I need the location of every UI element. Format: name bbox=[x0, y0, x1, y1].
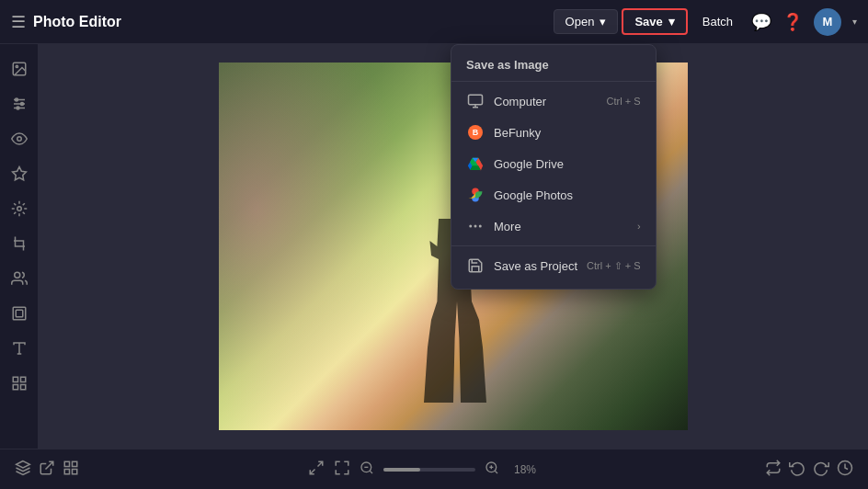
fullscreen-icon[interactable] bbox=[334, 460, 350, 480]
svg-line-27 bbox=[46, 461, 53, 469]
svg-point-7 bbox=[17, 107, 19, 109]
sidebar-item-text[interactable] bbox=[4, 333, 35, 364]
sidebar bbox=[0, 44, 39, 449]
zoom-slider[interactable] bbox=[383, 468, 475, 472]
main-layout bbox=[0, 44, 868, 449]
save-project-label: Save as Project bbox=[494, 259, 577, 273]
zoom-in-icon[interactable] bbox=[485, 461, 499, 479]
sidebar-item-photo[interactable] bbox=[4, 53, 35, 85]
svg-rect-13 bbox=[16, 310, 23, 317]
zoom-slider-fill bbox=[383, 468, 420, 472]
svg-rect-31 bbox=[64, 469, 69, 473]
avatar[interactable]: M bbox=[814, 8, 841, 36]
computer-icon bbox=[466, 92, 485, 110]
dropdown-divider bbox=[451, 245, 656, 246]
svg-point-23 bbox=[474, 225, 476, 227]
bottombar: 18% bbox=[0, 449, 868, 489]
zoom-out-icon[interactable] bbox=[360, 461, 374, 479]
more-label: More bbox=[494, 220, 628, 233]
sidebar-item-view[interactable] bbox=[4, 123, 35, 154]
svg-marker-26 bbox=[17, 461, 30, 468]
dropdown-item-more[interactable]: More › bbox=[451, 210, 656, 242]
dropdown-menu: Save as Image Computer Ctrl + S B BeFunk… bbox=[451, 44, 657, 290]
batch-label: Batch bbox=[702, 15, 733, 28]
more-icon bbox=[466, 217, 485, 235]
svg-rect-17 bbox=[20, 377, 25, 381]
fit-screen-icon[interactable] bbox=[308, 460, 325, 480]
grid-icon[interactable] bbox=[63, 460, 79, 480]
svg-line-38 bbox=[495, 471, 497, 473]
layers-icon[interactable] bbox=[15, 460, 31, 480]
sidebar-item-adjust[interactable] bbox=[4, 88, 35, 119]
svg-line-32 bbox=[317, 461, 322, 466]
svg-point-5 bbox=[15, 98, 17, 101]
redo-icon[interactable] bbox=[813, 460, 829, 480]
svg-point-6 bbox=[20, 103, 23, 106]
svg-point-24 bbox=[470, 225, 472, 227]
history-icon[interactable] bbox=[837, 460, 853, 480]
sidebar-item-graphics[interactable] bbox=[4, 368, 35, 399]
topbar-left: ☰ Photo Editor bbox=[11, 12, 546, 32]
zoom-percentage: 18% bbox=[514, 463, 536, 476]
svg-line-33 bbox=[310, 469, 314, 473]
open-button[interactable]: Open ▾ bbox=[554, 9, 619, 34]
save-button[interactable]: Save ▾ bbox=[622, 8, 687, 35]
open-chevron-icon: ▾ bbox=[600, 15, 606, 28]
help-icon[interactable]: ❓ bbox=[782, 12, 803, 32]
topbar-right: 💬 ❓ M ▾ bbox=[751, 8, 857, 36]
batch-button[interactable]: Batch bbox=[691, 10, 744, 33]
comment-icon[interactable]: 💬 bbox=[751, 12, 771, 32]
bottombar-center: 18% bbox=[86, 460, 758, 480]
undo-icon[interactable] bbox=[789, 460, 805, 480]
more-arrow-icon: › bbox=[637, 221, 641, 232]
sidebar-item-crop[interactable] bbox=[4, 228, 35, 259]
computer-shortcut: Ctrl + S bbox=[607, 96, 641, 107]
befunky-icon: B bbox=[466, 123, 485, 142]
sidebar-item-enhance[interactable] bbox=[4, 193, 35, 224]
save-project-icon bbox=[466, 256, 485, 275]
svg-rect-12 bbox=[13, 307, 26, 320]
sidebar-item-frames[interactable] bbox=[4, 298, 35, 329]
svg-rect-19 bbox=[13, 385, 17, 390]
svg-rect-20 bbox=[469, 95, 483, 105]
dropdown-item-gphotos[interactable]: Google Photos bbox=[451, 179, 656, 210]
menu-icon[interactable]: ☰ bbox=[11, 12, 26, 32]
topbar: ☰ Photo Editor Open ▾ Save ▾ Batch 💬 ❓ M… bbox=[0, 0, 868, 44]
app-title: Photo Editor bbox=[33, 14, 121, 30]
svg-point-11 bbox=[14, 272, 19, 278]
svg-marker-9 bbox=[12, 167, 26, 180]
sidebar-item-people[interactable] bbox=[4, 263, 35, 294]
dropdown-item-gdrive[interactable]: Google Drive bbox=[451, 148, 656, 179]
flip-icon[interactable] bbox=[765, 460, 782, 480]
dropdown-header: Save as Image bbox=[451, 52, 656, 82]
svg-point-1 bbox=[16, 65, 17, 67]
svg-point-10 bbox=[17, 207, 21, 211]
bottombar-left bbox=[15, 460, 79, 480]
bottombar-right bbox=[765, 460, 853, 480]
gphotos-label: Google Photos bbox=[494, 188, 641, 202]
save-chevron-icon: ▾ bbox=[668, 15, 675, 28]
svg-point-25 bbox=[480, 225, 482, 227]
open-label: Open bbox=[565, 15, 595, 28]
save-label: Save bbox=[634, 15, 662, 28]
svg-rect-29 bbox=[73, 461, 77, 466]
avatar-chevron-icon[interactable]: ▾ bbox=[852, 17, 857, 27]
topbar-center: Open ▾ Save ▾ Batch bbox=[554, 8, 744, 35]
befunky-label: BeFunky bbox=[494, 126, 641, 140]
dropdown-item-computer[interactable]: Computer Ctrl + S bbox=[451, 85, 656, 117]
export-icon[interactable] bbox=[39, 460, 55, 480]
save-project-shortcut: Ctrl + ⇧ + S bbox=[587, 260, 641, 272]
svg-rect-16 bbox=[13, 377, 17, 381]
computer-label: Computer bbox=[494, 95, 598, 108]
save-dropdown: Save as Image Computer Ctrl + S B BeFunk… bbox=[451, 44, 657, 290]
svg-rect-18 bbox=[20, 385, 25, 390]
sidebar-item-effects[interactable] bbox=[4, 158, 35, 189]
dropdown-item-save-project[interactable]: Save as Project Ctrl + ⇧ + S bbox=[451, 250, 656, 281]
google-drive-icon bbox=[466, 154, 485, 173]
svg-rect-28 bbox=[64, 461, 69, 466]
dropdown-item-befunky[interactable]: B BeFunky bbox=[451, 117, 656, 148]
gdrive-label: Google Drive bbox=[494, 157, 641, 171]
svg-point-8 bbox=[17, 137, 21, 142]
google-photos-icon bbox=[466, 186, 485, 204]
svg-rect-30 bbox=[73, 469, 77, 473]
